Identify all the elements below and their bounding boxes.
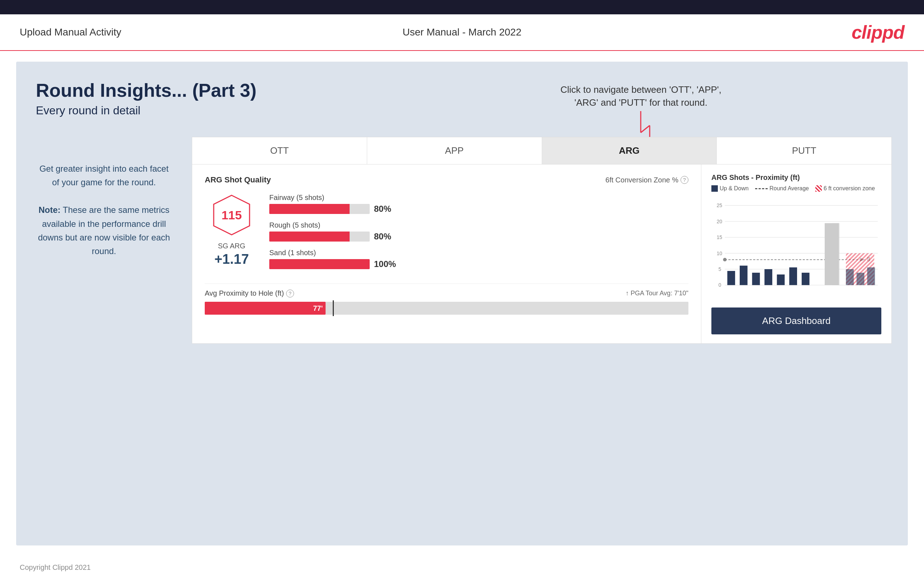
legend-dash: [755, 188, 768, 189]
hex-badge: 115: [212, 193, 251, 237]
svg-point-18: [723, 258, 727, 261]
copyright: Copyright Clippd 2021: [20, 563, 91, 571]
sg-value: +1.17: [215, 251, 249, 267]
svg-rect-29: [789, 268, 797, 285]
fairway-bar-track: [269, 204, 370, 214]
footer: Copyright Clippd 2021: [0, 556, 924, 577]
clippd-logo: clippd: [851, 21, 904, 43]
panel-wrapper: OTT APP ARG PUTT ARG Shot Quality 6ft Co…: [192, 137, 892, 344]
svg-text:15: 15: [717, 234, 722, 240]
main-content: Round Insights... (Part 3) Every round i…: [16, 62, 908, 545]
panel-body: ARG Shot Quality 6ft Conversion Zone % ?: [192, 164, 892, 344]
svg-rect-25: [740, 266, 748, 285]
svg-rect-32: [846, 269, 854, 285]
six-ft-info-icon[interactable]: ?: [680, 176, 688, 184]
tab-arg[interactable]: ARG: [542, 137, 717, 164]
proximity-info-icon[interactable]: ?: [286, 290, 294, 297]
sand-row: Sand (1 shots) 100%: [269, 249, 688, 269]
proximity-label: Avg Proximity to Hole (ft) ?: [205, 289, 294, 297]
upload-manual-link[interactable]: Upload Manual Activity: [20, 26, 121, 38]
tab-putt[interactable]: PUTT: [717, 137, 892, 164]
panel-right: ARG Shots - Proximity (ft) Up & Down Rou…: [701, 164, 892, 343]
svg-text:5: 5: [719, 266, 721, 272]
svg-rect-24: [727, 271, 735, 285]
tab-bar: OTT APP ARG PUTT: [192, 137, 892, 164]
panel-left: ARG Shot Quality 6ft Conversion Zone % ?: [192, 164, 701, 343]
fairway-row: Fairway (5 shots) 80%: [269, 193, 688, 214]
legend-roundavg-label: Round Average: [769, 185, 809, 192]
sand-bar-fill: [269, 259, 370, 269]
chart-legend: Up & Down Round Average 6 ft conversion …: [711, 185, 881, 192]
svg-rect-27: [764, 269, 772, 285]
hex-sg-section: 115 SG ARG +1.17: [205, 193, 258, 276]
pga-avg: ↑ PGA Tour Avg: 7'10": [626, 290, 688, 297]
chart-area: 0 5 10 15 20 25: [711, 196, 881, 302]
top-bar: [0, 0, 924, 15]
proximity-bar-wrapper: 77': [205, 302, 688, 315]
svg-text:20: 20: [717, 219, 722, 224]
sand-bar-track: [269, 259, 370, 269]
svg-line-1: [641, 126, 650, 132]
sg-label: SG ARG: [218, 242, 246, 250]
chart-title: ARG Shots - Proximity (ft): [711, 174, 881, 182]
svg-text:25: 25: [717, 203, 722, 208]
header: Upload Manual Activity User Manual - Mar…: [0, 15, 924, 51]
svg-rect-33: [856, 273, 864, 285]
svg-rect-34: [867, 268, 875, 285]
navigate-hint-line1: Click to navigate between 'OTT', 'APP',: [561, 84, 721, 95]
fairway-pct: 80%: [374, 204, 391, 214]
fairway-bar-fill: [269, 204, 350, 214]
rough-bar-track: [269, 232, 370, 242]
svg-rect-30: [802, 273, 809, 285]
svg-rect-28: [777, 274, 785, 285]
navigate-hint-line2: 'ARG' and 'PUTT' for that round.: [574, 97, 708, 108]
page-title: Round Insights... (Part 3): [36, 79, 888, 101]
proximity-bar-track: 77': [205, 302, 688, 315]
note-label: Note:: [38, 205, 60, 215]
sand-label: Sand (1 shots): [269, 249, 688, 257]
proximity-value: 77': [313, 304, 323, 313]
legend-updown: Up & Down: [711, 185, 749, 192]
fairway-label: Fairway (5 shots): [269, 193, 688, 202]
legend-roundavg: Round Average: [755, 185, 809, 192]
legend-6ft-label: 6 ft conversion zone: [824, 185, 875, 192]
hex-number: 115: [221, 208, 242, 222]
navigate-hint: Click to navigate between 'OTT', 'APP', …: [561, 83, 721, 143]
shot-bars: Fairway (5 shots) 80% Rough (5 shots): [269, 193, 688, 276]
tab-ott[interactable]: OTT: [192, 137, 367, 164]
divider: [205, 284, 688, 284]
legend-hatch-square: [815, 185, 822, 192]
rough-pct: 80%: [374, 232, 391, 242]
shot-quality-content: 115 SG ARG +1.17 Fairway (5 shots): [205, 193, 688, 276]
proximity-section: Avg Proximity to Hole (ft) ? ↑ PGA Tour …: [205, 289, 688, 315]
proximity-bar-fill: 77': [205, 302, 326, 315]
left-text-part1: Get greater insight into each facet of y…: [39, 164, 168, 187]
legend-6ft: 6 ft conversion zone: [815, 185, 875, 192]
svg-text:0: 0: [719, 282, 721, 288]
rough-label: Rough (5 shots): [269, 221, 688, 229]
svg-text:10: 10: [717, 250, 722, 256]
shot-quality-title: ARG Shot Quality: [205, 175, 271, 185]
legend-updown-square: [711, 185, 718, 192]
proximity-chart: 0 5 10 15 20 25: [711, 196, 881, 289]
legend-updown-label: Up & Down: [720, 185, 749, 192]
rough-bar-fill: [269, 232, 350, 242]
sand-pct: 100%: [374, 259, 396, 269]
tab-app[interactable]: APP: [367, 137, 542, 164]
proximity-cursor: [333, 300, 334, 316]
svg-rect-26: [752, 273, 760, 285]
page-subtitle: Every round in detail: [36, 104, 888, 117]
rough-row: Rough (5 shots) 80%: [269, 221, 688, 242]
arg-dashboard-button[interactable]: ARG Dashboard: [711, 308, 881, 334]
header-title: User Manual - March 2022: [403, 26, 521, 38]
left-description: Get greater insight into each facet of y…: [36, 162, 172, 258]
six-ft-label: 6ft Conversion Zone % ?: [606, 176, 688, 184]
svg-rect-35: [825, 223, 839, 285]
